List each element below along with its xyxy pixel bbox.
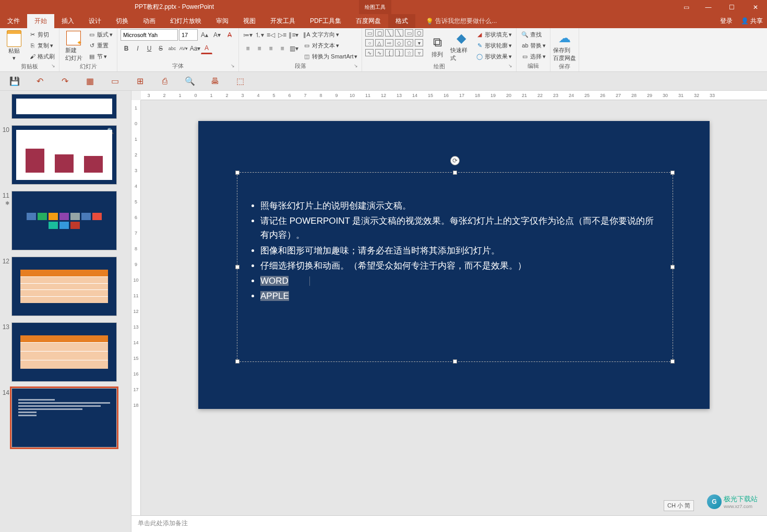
- convert-smartart-button[interactable]: ◫转换为 SmartArt▾: [302, 51, 358, 62]
- align-left-button[interactable]: ≡: [242, 43, 254, 54]
- new-slide-button[interactable]: 新建 幻灯片: [63, 29, 85, 63]
- slide-thumbnail-12[interactable]: [11, 257, 117, 316]
- qat-btn7[interactable]: ⎙: [159, 75, 171, 88]
- tab-insert[interactable]: 插入: [54, 14, 81, 28]
- italic-button[interactable]: I: [132, 43, 143, 54]
- increase-indent-button[interactable]: ▷≡: [277, 29, 288, 41]
- drawing-dialog-launcher[interactable]: ↘: [507, 63, 514, 70]
- bullet-item-selected[interactable]: APPLE: [260, 289, 662, 303]
- slide-thumbnail-14[interactable]: [11, 388, 117, 448]
- select-button[interactable]: ▭选择▾: [520, 51, 547, 62]
- align-right-button[interactable]: ≡: [265, 43, 277, 54]
- tab-design[interactable]: 设计: [81, 14, 109, 28]
- bullet-item-selected[interactable]: WORD: [260, 274, 662, 288]
- format-painter-button[interactable]: 🖌格式刷: [27, 51, 56, 62]
- login-link[interactable]: 登录: [720, 17, 733, 26]
- save-to-baidu-button[interactable]: ☁保存到 百度网盘: [554, 29, 576, 63]
- strikethrough-button[interactable]: S: [155, 43, 166, 54]
- justify-button[interactable]: ≡: [277, 43, 288, 54]
- resize-handle-tr[interactable]: [670, 171, 675, 175]
- paragraph-dialog-launcher[interactable]: ↘: [352, 63, 359, 70]
- tab-home[interactable]: 开始: [27, 14, 54, 28]
- notes-pane[interactable]: 单击此处添加备注: [131, 515, 767, 532]
- font-name-input[interactable]: [121, 29, 178, 41]
- text-shadow-button[interactable]: abc: [166, 43, 178, 54]
- reset-button[interactable]: ↺重置: [87, 40, 114, 51]
- qat-btn10[interactable]: ⬚: [234, 75, 246, 88]
- char-spacing-button[interactable]: AV▾: [178, 43, 189, 54]
- qat-redo[interactable]: ↷: [58, 75, 71, 88]
- align-text-button[interactable]: ▭对齐文本▾: [302, 40, 358, 51]
- underline-button[interactable]: U: [143, 43, 155, 54]
- copy-button[interactable]: ⎘复制▾: [27, 40, 56, 51]
- bullet-item[interactable]: 图像和图形可增加趣味；请务必在适当时将其添加到幻灯片。: [260, 244, 662, 258]
- resize-handle-ml[interactable]: [235, 265, 239, 269]
- slide-thumbnail-11[interactable]: [11, 191, 117, 250]
- tab-transitions[interactable]: 切换: [109, 14, 136, 28]
- resize-handle-tm[interactable]: [453, 171, 457, 175]
- tab-review[interactable]: 审阅: [209, 14, 236, 28]
- resize-handle-tl[interactable]: [235, 171, 239, 175]
- layout-button[interactable]: ▭版式▾: [87, 29, 114, 40]
- slide-thumbnail-prev[interactable]: [11, 94, 117, 119]
- section-button[interactable]: ▤节▾: [87, 51, 114, 62]
- numbering-button[interactable]: ⒈▾: [254, 29, 265, 41]
- tab-developer[interactable]: 开发工具: [263, 14, 303, 28]
- bullet-list[interactable]: 照每张幻灯片上的说明创建演示文稿。 请记住 POWERPOINT 是演示文稿的视…: [248, 199, 662, 303]
- qat-btn6[interactable]: ⊞: [134, 75, 146, 88]
- qat-btn4[interactable]: ▦: [83, 75, 96, 88]
- columns-button[interactable]: ▥▾: [288, 43, 299, 54]
- replace-button[interactable]: ab替换▾: [520, 40, 547, 51]
- close-button[interactable]: ✕: [744, 0, 767, 14]
- decrease-font-button[interactable]: A▾: [211, 29, 223, 41]
- font-color-button[interactable]: A: [201, 43, 212, 54]
- shape-effects-button[interactable]: ◯形状效果▾: [474, 51, 513, 62]
- qat-btn5[interactable]: ▭: [109, 75, 121, 88]
- shape-fill-button[interactable]: ◢形状填充▾: [474, 29, 513, 40]
- tab-slideshow[interactable]: 幻灯片放映: [163, 14, 209, 28]
- content-textbox[interactable]: ⟳ 照每张幻灯片上的说明创建演示文稿。 请记住 POWERPOINT 是演示文稿…: [237, 172, 673, 362]
- bullet-item[interactable]: 仔细选择切换和动画。（希望受众如何专注于内容，而不是效果。）: [260, 259, 662, 273]
- tab-view[interactable]: 视图: [236, 14, 263, 28]
- qat-undo[interactable]: ↶: [33, 75, 46, 88]
- slide-thumbnail-13[interactable]: [11, 322, 117, 382]
- slide-thumbnail-10[interactable]: 🔍: [11, 125, 117, 185]
- qat-btn9[interactable]: 🖶: [209, 75, 221, 88]
- slide-canvas[interactable]: ⟳ 照每张幻灯片上的说明创建演示文稿。 请记住 POWERPOINT 是演示文稿…: [141, 100, 767, 515]
- tab-baidu[interactable]: 百度网盘: [349, 14, 388, 28]
- qat-save[interactable]: 💾: [8, 75, 21, 88]
- maximize-button[interactable]: ☐: [720, 0, 744, 14]
- bullet-item[interactable]: 照每张幻灯片上的说明创建演示文稿。: [260, 199, 662, 213]
- quick-styles-button[interactable]: ◆快速样式: [450, 29, 472, 63]
- clear-formatting-button[interactable]: A̶: [224, 29, 235, 41]
- change-case-button[interactable]: Aa▾: [189, 43, 201, 54]
- share-button[interactable]: 👤 共享: [741, 17, 763, 26]
- resize-handle-bm[interactable]: [453, 359, 457, 364]
- clipboard-dialog-launcher[interactable]: ↘: [50, 63, 57, 70]
- resize-handle-mr[interactable]: [670, 265, 675, 269]
- bullets-button[interactable]: ≔▾: [242, 29, 254, 41]
- increase-font-button[interactable]: A▴: [199, 29, 210, 41]
- paste-button[interactable]: 粘贴▾: [3, 29, 25, 63]
- font-size-input[interactable]: [179, 29, 198, 41]
- qat-btn8[interactable]: 🔍: [184, 75, 196, 88]
- tab-pdf[interactable]: PDF工具集: [303, 14, 349, 28]
- tab-file[interactable]: 文件: [0, 14, 27, 28]
- tab-animations[interactable]: 动画: [136, 14, 163, 28]
- cut-button[interactable]: ✂剪切: [27, 29, 56, 40]
- arrange-button[interactable]: ⧉排列: [426, 29, 448, 63]
- ribbon-display-options[interactable]: ▭: [678, 0, 694, 14]
- line-spacing-button[interactable]: ‖≡▾: [288, 29, 299, 41]
- shape-outline-button[interactable]: ✎形状轮廓▾: [474, 40, 513, 51]
- resize-handle-br[interactable]: [670, 359, 675, 364]
- font-dialog-launcher[interactable]: ↘: [229, 63, 236, 70]
- resize-handle-bl[interactable]: [235, 359, 239, 364]
- bullet-item[interactable]: 请记住 POWERPOINT 是演示文稿的视觉效果。每张幻灯片上的文字仅作为论点…: [260, 214, 662, 242]
- decrease-indent-button[interactable]: ≡◁: [265, 29, 277, 41]
- slide[interactable]: ⟳ 照每张幻灯片上的说明创建演示文稿。 请记住 POWERPOINT 是演示文稿…: [198, 121, 710, 409]
- tab-format[interactable]: 格式: [388, 14, 415, 28]
- slide-thumbnails-panel[interactable]: 10 🔍 11✱ 12 13 14: [0, 91, 131, 532]
- tell-me-search[interactable]: 💡 告诉我您想要做什么...: [426, 14, 497, 28]
- text-direction-button[interactable]: ‖A文字方向▾: [302, 29, 358, 40]
- find-button[interactable]: 🔍查找: [520, 29, 547, 40]
